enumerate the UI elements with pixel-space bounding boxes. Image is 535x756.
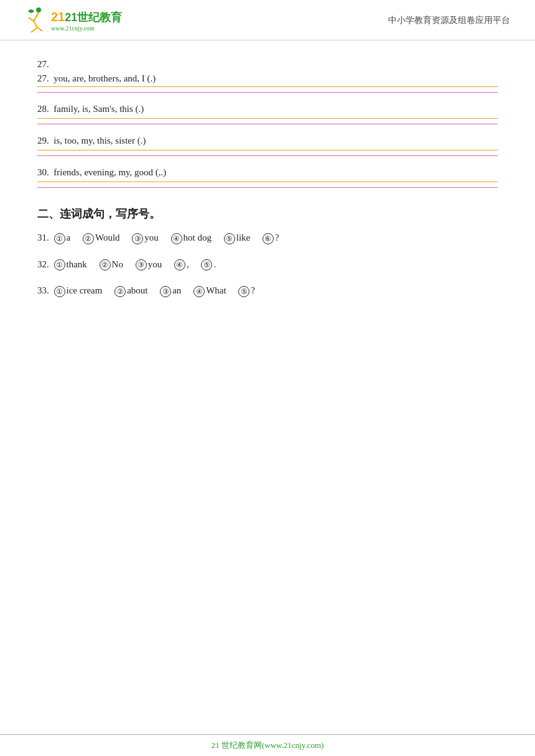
- q28-line1: [37, 118, 498, 119]
- q30-content: 30. friends, evening, my, good (,.): [37, 167, 498, 178]
- site-description: 中小学教育资源及组卷应用平台: [388, 15, 510, 26]
- svg-line-2: [29, 17, 34, 21]
- q32-number: 32.: [37, 259, 49, 269]
- q31-circle1: ①: [54, 233, 65, 244]
- q27-answer-lines: [37, 86, 498, 93]
- q33-token4: ④What: [193, 285, 226, 295]
- page-footer: 21 世纪教育网(www.21cnjy.com): [0, 734, 535, 756]
- footer-text: 21 世纪教育网(www.21cnjy.com): [212, 740, 324, 750]
- q30-words: friends, evening, my, good (,.): [54, 167, 166, 177]
- svg-line-1: [34, 12, 39, 21]
- q27-content: 27. you, are, brothers, and, I (.): [37, 73, 156, 83]
- q32-circle2: ②: [100, 259, 111, 270]
- q30-line2: [37, 187, 498, 188]
- q29-answer-lines: [37, 150, 498, 156]
- q30-number: 30.: [37, 167, 49, 177]
- logo-url: www.21cnjy.com: [51, 25, 122, 32]
- q32-circle1: ①: [54, 259, 65, 270]
- svg-line-4: [31, 27, 37, 32]
- question-30: 30. friends, evening, my, good (,.): [37, 167, 498, 188]
- q28-content: 28. family, is, Sam's, this (.): [37, 104, 498, 114]
- question-31: 31. ①a ②Would ③you ④hot dog ⑤like ⑥?: [37, 233, 498, 244]
- q30-answer-lines: [37, 182, 498, 188]
- question-29: 29. is, too, my, this, sister (.): [37, 136, 498, 156]
- q29-number: 29.: [37, 136, 49, 145]
- q28-words: family, is, Sam's, this (.): [54, 104, 144, 114]
- q33-token5: ⑤?: [238, 285, 255, 295]
- q31-circle5: ⑤: [224, 233, 235, 244]
- q32-circle3: ③: [136, 259, 147, 270]
- q31-token6: ⑥?: [263, 233, 279, 242]
- q31-token2: ②Would: [83, 233, 120, 242]
- q27-line1: [37, 86, 498, 87]
- svg-line-5: [37, 27, 42, 31]
- q29-words: is, too, my, this, sister (.): [54, 136, 146, 145]
- q31-token1: ①a: [54, 233, 71, 242]
- q33-number: 33.: [37, 285, 49, 295]
- section2-questions: 31. ①a ②Would ③you ④hot dog ⑤like ⑥? 32.…: [37, 233, 498, 297]
- q33-circle1: ①: [54, 286, 65, 297]
- logo-century: 21世纪教育: [65, 11, 122, 24]
- q33-token2: ②about: [114, 285, 147, 295]
- q31-number: 31.: [37, 233, 49, 242]
- q29-line1: [37, 150, 498, 150]
- q28-line2: [37, 124, 498, 124]
- q32-token2: ②No: [100, 259, 123, 269]
- q28-number: 28.: [37, 104, 49, 114]
- question-28: 28. family, is, Sam's, this (.): [37, 104, 498, 124]
- page-header: 2121世纪教育 www.21cnjy.com 中小学教育资源及组卷应用平台: [0, 0, 535, 40]
- q33-token1: ①ice cream: [54, 285, 103, 295]
- q32-token4: ④,: [174, 259, 189, 269]
- q31-token5: ⑤like: [224, 233, 251, 242]
- svg-line-3: [34, 21, 37, 27]
- q31-circle4: ④: [171, 233, 182, 244]
- logo-area: 2121世纪教育 www.21cnjy.com: [25, 6, 122, 35]
- section1-questions: 27. 27. you, are, brothers, and, I (.) 2…: [37, 59, 498, 188]
- q33-circle5: ⑤: [238, 286, 249, 297]
- q31-token3: ③you: [132, 233, 159, 242]
- q33-circle4: ④: [193, 286, 205, 297]
- q31-circle6: ⑥: [263, 233, 274, 244]
- question-27: 27. 27. you, are, brothers, and, I (.): [37, 59, 498, 93]
- q32-token5: ⑤.: [201, 259, 216, 269]
- q30-line1: [37, 182, 498, 182]
- question-32: 32. ①thank ②No ③you ④, ⑤.: [37, 259, 498, 271]
- q27-text: 27.: [37, 59, 498, 70]
- q32-circle5: ⑤: [201, 259, 212, 270]
- main-content: 27. 27. you, are, brothers, and, I (.) 2…: [0, 40, 535, 349]
- q31-token4: ④hot dog: [171, 233, 212, 242]
- svg-point-0: [36, 7, 41, 12]
- logo-figure-icon: [25, 6, 47, 35]
- logo-text-block: 2121世纪教育 www.21cnjy.com: [51, 10, 122, 32]
- q27-words: you, are, brothers, and, I (.): [54, 73, 156, 83]
- q33-circle3: ③: [160, 286, 171, 297]
- q32-token1: ①thank: [54, 259, 87, 269]
- question-33: 33. ①ice cream ②about ③an ④What ⑤?: [37, 285, 498, 297]
- q29-content: 29. is, too, my, this, sister (.): [37, 136, 498, 146]
- logo-number: 21: [51, 10, 65, 24]
- q33-token3: ③an: [160, 285, 181, 295]
- q27-number: 27.: [37, 73, 49, 83]
- q29-line2: [37, 155, 498, 156]
- section2-header: 二、连词成句，写序号。: [37, 206, 498, 221]
- q32-token3: ③you: [136, 259, 162, 269]
- q31-circle2: ②: [83, 233, 94, 244]
- q33-circle2: ②: [114, 286, 126, 297]
- q32-circle4: ④: [174, 259, 185, 270]
- q27-line2: [37, 92, 498, 93]
- q28-answer-lines: [37, 118, 498, 124]
- q31-circle3: ③: [132, 233, 143, 244]
